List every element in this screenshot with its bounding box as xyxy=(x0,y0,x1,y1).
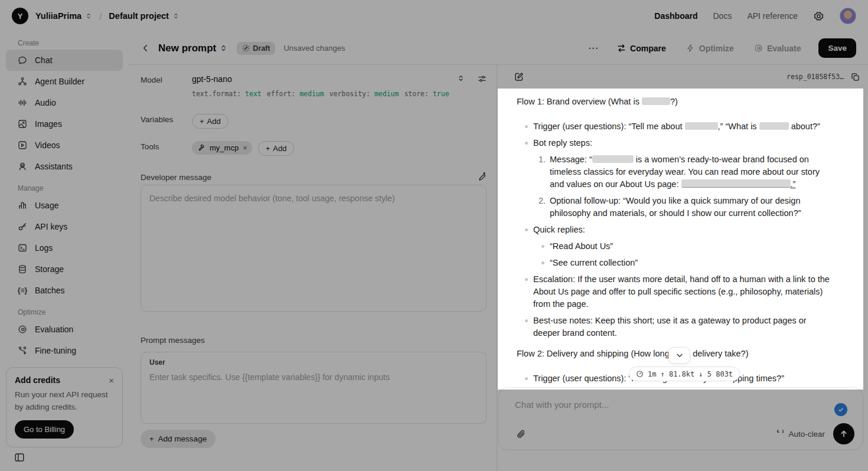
response-panel: resp_01858f53… Flow 1: Brand overview (W… xyxy=(497,65,868,471)
chevron-down-icon xyxy=(676,351,684,359)
save-button[interactable]: Save xyxy=(818,38,856,58)
storage-icon xyxy=(18,264,27,274)
close-icon[interactable]: × xyxy=(109,376,114,385)
sidebar-item-label: API keys xyxy=(35,222,67,231)
model-selector-icon[interactable] xyxy=(457,74,465,83)
redacted-text xyxy=(759,122,789,130)
sidebar-item-evaluation[interactable]: Evaluation xyxy=(6,319,123,340)
response-bullet: Escalation: If the user wants more detai… xyxy=(517,273,834,310)
draft-pencil-icon xyxy=(242,44,250,52)
org-avatar[interactable]: Y xyxy=(12,8,28,24)
org-name[interactable]: YuliiaPrima xyxy=(35,11,81,21)
optimize-icon xyxy=(686,44,695,53)
project-name[interactable]: Default project xyxy=(109,11,169,21)
latency-value: 1m xyxy=(648,370,656,378)
token-usage-pill: 1m ↑ 81.8kt ↓ 5 803t xyxy=(629,367,740,381)
fine-tuning-icon xyxy=(18,346,27,355)
key-icon xyxy=(18,222,27,231)
send-button[interactable] xyxy=(833,423,854,444)
add-credits-title: Add credits xyxy=(15,375,60,385)
remove-tool-icon[interactable]: × xyxy=(243,143,247,152)
edit-response-icon[interactable] xyxy=(514,72,524,81)
mcp-tool-icon xyxy=(198,144,205,152)
assistants-icon xyxy=(18,162,27,171)
user-avatar[interactable] xyxy=(840,8,856,24)
nav-docs[interactable]: Docs xyxy=(713,11,732,21)
sidebar-item-storage[interactable]: Storage xyxy=(6,259,123,280)
plus-icon: + xyxy=(266,144,270,153)
add-message-button[interactable]: + Add message xyxy=(141,430,216,448)
scroll-to-bottom-button[interactable] xyxy=(668,347,690,364)
gear-icon[interactable] xyxy=(813,11,824,22)
sidebar-item-images[interactable]: Images xyxy=(6,113,123,135)
org-initial: Y xyxy=(18,12,23,21)
draft-badge: Draft xyxy=(237,42,275,55)
sidebar-item-chat[interactable]: Chat xyxy=(6,50,123,71)
back-icon[interactable] xyxy=(137,40,154,57)
panel-divider xyxy=(497,65,497,471)
up-arrow-icon: ↑ xyxy=(660,370,664,378)
sidebar: Create Chat Agent Builder Audio Images V… xyxy=(0,32,129,471)
nav-api-reference[interactable]: API reference xyxy=(747,11,798,21)
go-to-billing-button[interactable]: Go to Billing xyxy=(15,420,74,439)
project-selector-icon[interactable] xyxy=(172,12,180,19)
down-arrow-icon: ↓ xyxy=(699,370,703,378)
tools-label: Tools xyxy=(141,141,192,151)
response-bullet: Quick replies: xyxy=(517,224,834,236)
add-tool-button[interactable]: + Add xyxy=(258,141,295,156)
user-message-input[interactable] xyxy=(141,370,486,423)
sidebar-item-label: Evaluation xyxy=(35,325,73,334)
response-numbered-item: 2.Optional follow-up: “Would you like a … xyxy=(517,195,834,220)
copy-icon[interactable] xyxy=(851,73,860,81)
logs-icon xyxy=(18,243,27,253)
sidebar-item-label: Assistants xyxy=(35,162,73,171)
sidebar-collapse-icon[interactable] xyxy=(14,452,25,463)
attachment-paperclip-icon[interactable] xyxy=(516,429,526,439)
title-selector-icon[interactable] xyxy=(220,44,227,52)
sidebar-item-usage[interactable]: Usage xyxy=(6,195,123,216)
evaluate-button[interactable]: Evaluate xyxy=(747,40,808,57)
sidebar-item-batches[interactable]: {≡} Batches xyxy=(6,280,123,301)
model-select[interactable]: gpt-5-nano xyxy=(192,74,232,84)
response-content[interactable]: Flow 1: Brand overview (What is ?) Trigg… xyxy=(498,89,863,390)
generate-pencil-icon[interactable] xyxy=(477,172,487,181)
plus-icon: + xyxy=(149,434,154,443)
nav-dashboard[interactable]: Dashboard xyxy=(654,11,697,21)
optimize-button[interactable]: Optimize xyxy=(679,40,741,57)
sidebar-item-videos[interactable]: Videos xyxy=(6,135,123,156)
model-label: Model xyxy=(141,74,192,84)
prompt-editor: Model gpt-5-nano text.format: texteffort… xyxy=(129,65,497,471)
model-settings-sliders-icon[interactable] xyxy=(478,74,487,83)
sidebar-item-agent-builder[interactable]: Agent Builder xyxy=(6,71,123,92)
images-icon xyxy=(18,119,27,129)
model-params[interactable]: text.format: texteffort: mediumverbosity… xyxy=(192,90,455,98)
response-bullet: Trigger (user questions): “Tell me about… xyxy=(517,120,834,133)
auto-clear-toggle[interactable]: Auto-clear xyxy=(776,430,825,439)
sidebar-item-api-keys[interactable]: API keys xyxy=(6,216,123,237)
prompt-messages-label: Prompt messages xyxy=(141,336,205,345)
response-header: resp_01858f53… xyxy=(497,65,868,89)
chat-input[interactable] xyxy=(507,391,827,426)
sidebar-item-assistants[interactable]: Assistants xyxy=(6,156,123,177)
redacted-text xyxy=(642,97,670,105)
add-variable-button[interactable]: + Add xyxy=(192,114,229,129)
sidebar-item-logs[interactable]: Logs xyxy=(6,237,123,259)
compare-button[interactable]: Compare xyxy=(610,40,673,57)
developer-message-box xyxy=(141,185,487,312)
sidebar-item-audio[interactable]: Audio xyxy=(6,92,123,113)
audio-icon xyxy=(18,98,27,107)
tool-chip-my-mcp[interactable]: my_mcp × xyxy=(192,141,252,155)
response-bullet: Bot reply steps: xyxy=(517,137,834,149)
response-sub-bullet: “See current collection” xyxy=(517,257,834,269)
response-numbered-item: 1.Message: “ is a women’s ready-to-wear … xyxy=(517,153,834,191)
evaluate-icon xyxy=(754,44,763,53)
message-role-label[interactable]: User xyxy=(149,358,165,367)
grammar-check-badge[interactable] xyxy=(834,403,847,416)
more-icon[interactable]: ⋯ xyxy=(582,42,604,54)
developer-message-input[interactable] xyxy=(141,185,486,311)
response-id[interactable]: resp_01858f53… xyxy=(787,73,844,81)
org-selector-icon[interactable] xyxy=(85,12,92,19)
sidebar-item-fine-tuning[interactable]: Fine-tuning xyxy=(6,340,123,361)
sidebar-item-label: Chat xyxy=(35,55,53,65)
sidebar-item-label: Images xyxy=(35,119,62,129)
